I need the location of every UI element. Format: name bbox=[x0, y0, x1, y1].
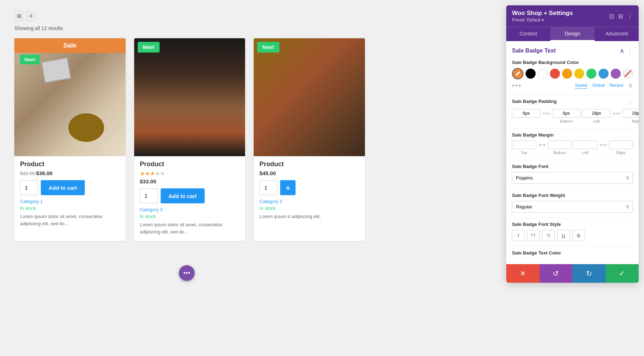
price-new: $45.00 bbox=[259, 170, 276, 176]
quantity-input[interactable] bbox=[140, 188, 158, 203]
redo-button[interactable]: ↻ bbox=[572, 264, 606, 283]
margin-link-icon[interactable]: ⟺ bbox=[538, 142, 546, 148]
color-swatch-none[interactable] bbox=[623, 69, 633, 79]
panel-title: Woo Shop + Settings bbox=[512, 10, 573, 17]
font-field: Sale Badge Font Poppins Arial Roboto Ope… bbox=[512, 164, 633, 184]
margin-right-input[interactable] bbox=[609, 140, 633, 149]
font-style-field: Sale Badge Font Style I TT Tt U S bbox=[512, 222, 633, 241]
price-row: $42.00$38.00 bbox=[20, 170, 120, 177]
margin-left-input[interactable] bbox=[573, 140, 597, 149]
product-image bbox=[134, 38, 245, 156]
add-to-cart-button[interactable]: Add to cart bbox=[41, 180, 85, 195]
product-image-wrap: Sale New! bbox=[14, 38, 126, 156]
font-weight-select-wrapper: Regular Bold Light Medium bbox=[512, 201, 633, 213]
color-swatches-row bbox=[512, 68, 633, 79]
color-swatch-purple[interactable] bbox=[611, 69, 621, 79]
margin-bottom-label: Bottom bbox=[548, 150, 572, 155]
product-name: Product bbox=[259, 160, 359, 168]
color-tabs-row: ••• Saved Global Recent ⚙ bbox=[512, 81, 633, 90]
margin-right-label: Right bbox=[609, 150, 633, 155]
price-row: $45.00 bbox=[259, 170, 359, 177]
focus-icon[interactable]: ⊡ bbox=[609, 13, 614, 20]
product-name: Product bbox=[20, 160, 120, 168]
padding-more-button[interactable]: ⋮ bbox=[627, 99, 633, 106]
category-link[interactable]: Category 3 bbox=[134, 207, 245, 214]
color-swatch-orange[interactable] bbox=[512, 68, 523, 79]
capitalize-button[interactable]: Tt bbox=[542, 230, 555, 241]
margin-inputs-row: ⟺ ⟺ bbox=[512, 140, 633, 149]
margin-bottom-input[interactable] bbox=[548, 140, 572, 149]
color-swatch-green[interactable] bbox=[586, 69, 596, 79]
collapse-button[interactable]: ∧ bbox=[620, 47, 624, 55]
product-image-wrap: New! bbox=[134, 38, 245, 156]
padding-right-input[interactable] bbox=[622, 109, 639, 118]
margin-label: Sale Badge Margin bbox=[512, 132, 633, 138]
underline-button[interactable]: U bbox=[557, 230, 570, 241]
price-old: $42.00 bbox=[20, 170, 35, 176]
panel-body: Sale Badge Text ∧ ⋮ Sale Badge Backgroun… bbox=[506, 41, 639, 264]
margin-top-input[interactable] bbox=[512, 140, 536, 149]
undo-button[interactable]: ↺ bbox=[540, 264, 573, 283]
split-icon[interactable]: ⊟ bbox=[618, 13, 623, 20]
price-new: $38.00 bbox=[36, 170, 53, 176]
quantity-input[interactable] bbox=[259, 180, 277, 195]
color-swatch-white[interactable] bbox=[538, 69, 548, 79]
color-tab-global[interactable]: Global bbox=[592, 83, 605, 89]
font-style-buttons-row: I TT Tt U S bbox=[512, 230, 633, 241]
padding-left-input[interactable] bbox=[582, 109, 611, 118]
margin-link-icon2[interactable]: ⟺ bbox=[599, 142, 608, 148]
product-image-wrap: New! bbox=[254, 38, 365, 156]
section-header: Sale Badge Text ∧ ⋮ bbox=[512, 47, 633, 55]
padding-top-input[interactable] bbox=[512, 109, 541, 118]
color-swatch-yellow[interactable] bbox=[574, 69, 584, 79]
color-swatch-black[interactable] bbox=[526, 69, 536, 79]
padding-link-icon2[interactable]: ⟺ bbox=[612, 110, 621, 116]
category-link[interactable]: Category 2 bbox=[254, 199, 365, 206]
padding-bottom-label: Bottom bbox=[552, 119, 581, 123]
in-stock-label: In stock bbox=[134, 214, 245, 221]
product-info: Product $45.00 bbox=[254, 156, 365, 177]
quantity-input[interactable] bbox=[20, 180, 38, 195]
color-settings-icon[interactable]: ⚙ bbox=[628, 83, 633, 89]
padding-left-label: Left bbox=[582, 119, 611, 123]
panel-header: Woo Shop + Settings Preset: Default ▾ ⊡ … bbox=[506, 5, 639, 27]
more-options-button[interactable]: ⋮ bbox=[627, 48, 633, 54]
italic-button[interactable]: I bbox=[512, 230, 525, 241]
strikethrough-button[interactable]: S bbox=[572, 230, 585, 241]
price-new: $33.00 bbox=[140, 178, 156, 184]
font-weight-select[interactable]: Regular Bold Light Medium bbox=[512, 201, 633, 213]
divider bbox=[512, 189, 633, 189]
color-more-icon[interactable]: ••• bbox=[512, 81, 522, 90]
dots-fab-button[interactable]: ••• bbox=[179, 265, 195, 281]
product-name: Product bbox=[140, 160, 240, 168]
tab-advanced[interactable]: Advanced bbox=[595, 27, 639, 41]
list-view-button[interactable]: ≡ bbox=[27, 11, 35, 21]
margin-left-label: Left bbox=[573, 150, 597, 155]
padding-bottom-input[interactable] bbox=[552, 109, 581, 118]
color-tab-recent[interactable]: Recent bbox=[610, 83, 623, 89]
color-swatch-red[interactable] bbox=[550, 69, 560, 79]
color-tab-saved[interactable]: Saved bbox=[575, 83, 587, 89]
category-link[interactable]: Category 1 bbox=[14, 199, 126, 206]
padding-label: Sale Badge Padding bbox=[512, 99, 557, 104]
color-swatch-amber[interactable] bbox=[562, 69, 572, 79]
grid-view-button[interactable]: ⊞ bbox=[14, 11, 24, 21]
new-badge: New! bbox=[138, 42, 160, 53]
more-options-icon[interactable]: ⋮ bbox=[627, 13, 633, 20]
settings-panel: Woo Shop + Settings Preset: Default ▾ ⊡ … bbox=[506, 5, 639, 283]
view-controls: ⊞ ≡ bbox=[14, 11, 365, 21]
add-to-cart-button[interactable]: Add to cart bbox=[161, 188, 205, 203]
padding-link-icon[interactable]: ⟺ bbox=[542, 110, 551, 116]
tab-content[interactable]: Content bbox=[506, 27, 550, 41]
color-swatch-blue[interactable] bbox=[599, 69, 609, 79]
uppercase-button[interactable]: TT bbox=[527, 230, 540, 241]
product-image bbox=[254, 38, 365, 156]
padding-field: Sale Badge Padding ⋮ ⟺ ⟺ Bottom Left Rig… bbox=[512, 99, 633, 123]
padding-inputs-row: ⟺ ⟺ bbox=[512, 109, 633, 118]
save-button[interactable]: ✓ bbox=[606, 264, 639, 283]
font-select[interactable]: Poppins Arial Roboto Open Sans bbox=[512, 172, 633, 184]
add-to-cart-button[interactable]: A bbox=[280, 180, 296, 195]
tab-design[interactable]: Design bbox=[550, 27, 594, 41]
font-weight-label: Sale Badge Font Weight bbox=[512, 193, 633, 198]
cancel-button[interactable]: ✕ bbox=[506, 264, 540, 283]
